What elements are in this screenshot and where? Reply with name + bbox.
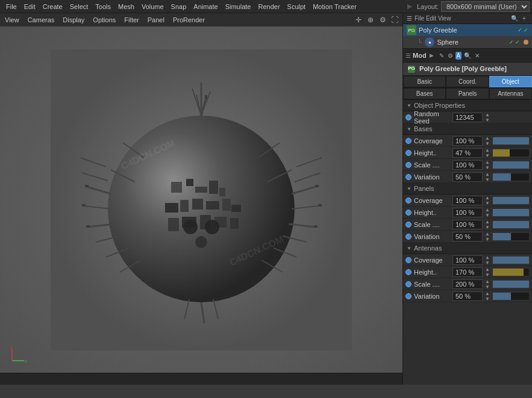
tab-panels[interactable]: Panels bbox=[446, 88, 489, 99]
antennas-height-radio[interactable] bbox=[405, 269, 412, 275]
transform-icon[interactable]: ⊕ bbox=[365, 14, 376, 25]
menu-simulate[interactable]: Simulate bbox=[222, 2, 255, 11]
tab-coord[interactable]: Coord. bbox=[446, 76, 489, 87]
antennas-height-value[interactable]: 170 % bbox=[452, 267, 483, 277]
antennas-coverage-spin[interactable]: ▲▼ bbox=[485, 255, 490, 266]
panels-variation-value[interactable]: 50 % bbox=[452, 232, 483, 241]
viewport-menu-panel[interactable]: Panel bbox=[145, 15, 167, 25]
menu-create[interactable]: Create bbox=[39, 2, 66, 11]
viewport-menu-filter[interactable]: Filter bbox=[122, 15, 141, 25]
bases-variation-radio[interactable] bbox=[405, 174, 412, 180]
antennas-coverage-label: Coverage bbox=[414, 257, 450, 264]
section-tri-panels: ▼ bbox=[407, 186, 412, 191]
bases-coverage-value[interactable]: 100 % bbox=[452, 136, 483, 146]
tab-bases[interactable]: Bases bbox=[403, 88, 446, 99]
bases-scale-radio[interactable] bbox=[405, 162, 412, 168]
bases-scale-spin[interactable]: ▲▼ bbox=[485, 160, 490, 170]
svg-rect-53 bbox=[85, 185, 89, 187]
menu-file[interactable]: File bbox=[2, 2, 20, 11]
menu-volume[interactable]: Volume bbox=[138, 2, 167, 11]
search-icon[interactable]: 🔍 bbox=[510, 15, 519, 22]
mod-icon-3[interactable]: A bbox=[455, 52, 462, 60]
antennas-scale-slider[interactable] bbox=[492, 280, 530, 288]
random-seed-row: Random Seed 12345 ▲▼ bbox=[403, 111, 532, 123]
menu-mesh[interactable]: Mesh bbox=[114, 2, 138, 11]
panels-coverage-slider[interactable] bbox=[492, 196, 530, 205]
mod-icon-2[interactable]: ⚙ bbox=[446, 52, 454, 60]
scene-manager-header: ☰ File Edit View 🔍 + bbox=[403, 13, 532, 24]
antennas-coverage-slider[interactable] bbox=[492, 256, 530, 264]
bases-scale-slider[interactable] bbox=[492, 161, 530, 169]
antennas-scale-value[interactable]: 200 % bbox=[452, 279, 483, 289]
tab-object[interactable]: Object bbox=[489, 76, 532, 87]
antennas-scale-radio[interactable] bbox=[405, 281, 412, 287]
bases-variation-spin[interactable]: ▲▼ bbox=[485, 172, 490, 182]
menu-edit[interactable]: Edit bbox=[20, 2, 39, 11]
panels-coverage-spin[interactable]: ▲▼ bbox=[485, 195, 490, 206]
panels-scale-value[interactable]: 100 % bbox=[452, 220, 483, 229]
bases-variation-slider[interactable] bbox=[492, 173, 530, 181]
panels-height-slider[interactable] bbox=[492, 208, 530, 217]
antennas-variation-value[interactable]: 50 % bbox=[452, 291, 483, 301]
bases-height-slider[interactable] bbox=[492, 149, 530, 157]
antennas-variation-slider[interactable] bbox=[492, 292, 530, 300]
bases-coverage-spin[interactable]: ▲▼ bbox=[485, 135, 490, 146]
settings-icon[interactable]: ⚙ bbox=[377, 14, 388, 25]
panels-scale-spin[interactable]: ▲▼ bbox=[485, 219, 490, 230]
bases-variation-value[interactable]: 50 % bbox=[452, 172, 483, 182]
panels-height-spin[interactable]: ▲▼ bbox=[485, 207, 490, 218]
move-icon[interactable]: ✛ bbox=[353, 14, 364, 25]
menu-motion-tracker[interactable]: Motion Tracker bbox=[309, 2, 360, 11]
menu-select[interactable]: Select bbox=[66, 2, 92, 11]
bases-coverage-slider[interactable] bbox=[492, 137, 530, 145]
antennas-height-spin[interactable]: ▲▼ bbox=[485, 267, 490, 278]
bases-height-spin[interactable]: ▲▼ bbox=[485, 148, 490, 158]
panels-scale-slider[interactable] bbox=[492, 220, 530, 229]
layout-dropdown[interactable]: 800x600 minimal (User) bbox=[441, 1, 530, 12]
obj-sphere-row[interactable]: └ ● Sphere ✓ ✓ bbox=[403, 36, 532, 48]
checkmarks: ✓ ✓ bbox=[518, 27, 528, 33]
mod-icon-search[interactable]: 🔍 bbox=[463, 52, 472, 60]
bases-coverage-radio[interactable] bbox=[405, 138, 412, 144]
antennas-variation-spin[interactable]: ▲▼ bbox=[485, 291, 490, 302]
panels-height-value[interactable]: 100 % bbox=[452, 208, 483, 217]
fullscreen-icon[interactable]: ⛶ bbox=[389, 14, 400, 25]
add-icon[interactable]: + bbox=[520, 15, 528, 22]
antennas-coverage-radio[interactable] bbox=[405, 257, 412, 263]
menu-animate[interactable]: Animate bbox=[190, 2, 221, 11]
menu-tools[interactable]: Tools bbox=[92, 2, 114, 11]
antennas-variation-radio[interactable] bbox=[405, 293, 412, 299]
panels-coverage-radio[interactable] bbox=[405, 197, 412, 204]
viewport-menu-options[interactable]: Options bbox=[90, 15, 118, 25]
panels-height-radio[interactable] bbox=[405, 210, 412, 216]
tab-basic[interactable]: Basic bbox=[403, 76, 446, 87]
random-seed-radio[interactable] bbox=[405, 114, 412, 120]
menu-sculpt[interactable]: Sculpt bbox=[284, 2, 310, 11]
antennas-coverage-value[interactable]: 100 % bbox=[452, 255, 483, 265]
random-seed-spin[interactable]: ▲▼ bbox=[485, 112, 490, 123]
random-seed-label: Random Seed bbox=[414, 110, 450, 125]
bases-height-radio[interactable] bbox=[405, 150, 412, 156]
viewport-menu-display[interactable]: Display bbox=[60, 15, 87, 25]
antennas-scale-spin[interactable]: ▲▼ bbox=[485, 279, 490, 290]
viewport-menu-prorender[interactable]: ProRender bbox=[171, 15, 207, 25]
viewport-menu-cameras[interactable]: Cameras bbox=[25, 15, 57, 25]
panels-variation-spin[interactable]: ▲▼ bbox=[485, 231, 490, 242]
menu-render[interactable]: Render bbox=[254, 2, 283, 11]
antennas-height-slider[interactable] bbox=[492, 268, 530, 276]
mod-icon-x[interactable]: ✕ bbox=[474, 52, 481, 60]
bases-scale-value[interactable]: 100 % bbox=[452, 160, 483, 170]
obj-poly-greeble-row[interactable]: PG Poly Greeble ✓ ✓ bbox=[403, 24, 532, 36]
svg-rect-4 bbox=[195, 187, 207, 193]
menu-snap[interactable]: Snap bbox=[167, 2, 190, 11]
viewport-canvas[interactable]: C4DCN.COM C4DCN.COM x y bbox=[0, 26, 402, 373]
bases-height-value[interactable]: 47 % bbox=[452, 148, 483, 158]
tab-antennas[interactable]: Antennas bbox=[489, 88, 532, 99]
panels-variation-slider[interactable] bbox=[492, 232, 530, 241]
panels-coverage-value[interactable]: 100 % bbox=[452, 196, 483, 205]
panels-variation-radio[interactable] bbox=[405, 234, 412, 240]
mod-icon-1[interactable]: ✎ bbox=[438, 52, 445, 60]
panels-scale-radio[interactable] bbox=[405, 222, 412, 228]
viewport-menu-view[interactable]: View bbox=[2, 15, 22, 25]
random-seed-value[interactable]: 12345 bbox=[452, 113, 483, 122]
